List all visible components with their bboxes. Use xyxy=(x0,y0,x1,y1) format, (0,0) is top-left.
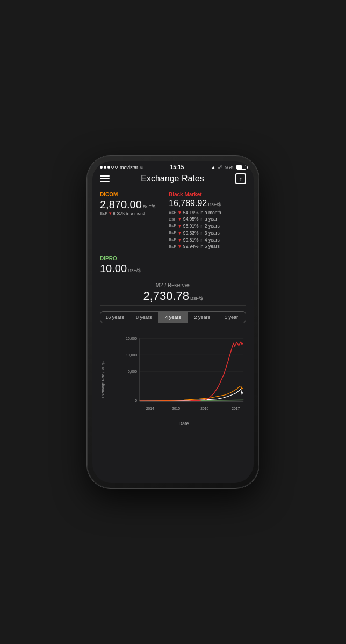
tab-8-years[interactable]: 8 years xyxy=(129,312,158,323)
svg-text:15,000: 15,000 xyxy=(126,336,137,340)
change-line-3: BsF ▼ 95.91% in 2 years xyxy=(169,223,246,230)
m2-section: M2 / Reserves 2,730.78BsF/$ xyxy=(100,280,246,306)
black-market-unit: BsF/$ xyxy=(208,202,221,207)
black-market-label: Black Market xyxy=(169,192,246,197)
tab-4-years[interactable]: 4 years xyxy=(158,312,188,323)
page-title: Exchange Rates xyxy=(141,174,204,184)
location-icon: ▲ xyxy=(211,165,215,170)
svg-text:0: 0 xyxy=(135,399,137,402)
menu-button[interactable] xyxy=(100,175,110,182)
share-button[interactable] xyxy=(235,173,246,184)
x-axis-label: Date xyxy=(121,421,246,426)
tab-1-year[interactable]: 1 year xyxy=(217,312,246,323)
tab-2-years[interactable]: 2 years xyxy=(188,312,217,323)
chart-svg: 15,000 10,000 5,000 0 2014 2015 2016 201… xyxy=(121,332,246,418)
dipro-row: DIPRO 10.00BsF/$ xyxy=(100,255,246,274)
top-rate-row: DICOM 2,870.00BsF/$ BsF ▼ 8.01% in a mon… xyxy=(100,192,246,250)
svg-text:2014: 2014 xyxy=(146,407,154,411)
dipro-value: 10.00BsF/$ xyxy=(100,262,246,274)
svg-text:2017: 2017 xyxy=(232,407,240,411)
wifi-icon: ≈ xyxy=(140,165,143,170)
m2-label: M2 / Reserves xyxy=(100,282,246,288)
time-tabs: 16 years 8 years 4 years 2 years 1 year xyxy=(100,311,246,323)
svg-text:10,000: 10,000 xyxy=(126,353,137,357)
svg-text:2016: 2016 xyxy=(200,407,208,411)
battery-label: 56% xyxy=(225,165,234,170)
nav-bar: Exchange Rates xyxy=(92,171,254,187)
status-left: movistar ≈ xyxy=(100,165,143,170)
chart-area: 15,000 10,000 5,000 0 2014 2015 2016 201… xyxy=(121,332,246,420)
change-line-4: BsF ▼ 99.53% in 3 years xyxy=(169,230,246,237)
dicom-unit: BsF/$ xyxy=(143,204,156,209)
m2-value: 2,730.78BsF/$ xyxy=(100,289,246,303)
change-line-5: BsF ▼ 99.81% in 4 years xyxy=(169,237,246,244)
status-bar: movistar ≈ 15:15 ▲ ☍ 56% xyxy=(92,161,254,171)
status-right: ▲ ☍ 56% xyxy=(211,165,246,170)
change-line-1: BsF ▼ 54.19% in a month xyxy=(169,209,246,216)
change-line-2: BsF ▼ 94.05% in a year xyxy=(169,216,246,223)
svg-text:5,000: 5,000 xyxy=(128,370,137,374)
dicom-change: BsF ▼ 8.01% in a month xyxy=(100,211,164,216)
signal-icon xyxy=(100,166,118,169)
bluetooth-icon: ☍ xyxy=(218,165,222,170)
black-market-changes: BsF ▼ 54.19% in a month BsF ▼ 94.05% in … xyxy=(169,209,246,251)
dipro-unit: BsF/$ xyxy=(128,268,141,273)
phone-screen: movistar ≈ 15:15 ▲ ☍ 56% Exchange Rates xyxy=(92,161,254,483)
dipro-card: DIPRO 10.00BsF/$ xyxy=(100,255,246,274)
dicom-card: DICOM 2,870.00BsF/$ BsF ▼ 8.01% in a mon… xyxy=(100,192,164,250)
dipro-label: DIPRO xyxy=(100,255,246,261)
status-time: 15:15 xyxy=(170,164,184,170)
change-line-6: BsF ▼ 99.94% in 5 years xyxy=(169,243,246,250)
carrier-label: movistar xyxy=(120,165,138,170)
svg-text:2015: 2015 xyxy=(172,407,180,411)
battery-icon xyxy=(236,165,246,170)
black-market-card: Black Market 16,789.92BsF/$ BsF ▼ 54.19%… xyxy=(169,192,246,250)
dicom-value: 2,870.00BsF/$ xyxy=(100,199,164,210)
m2-unit: BsF/$ xyxy=(190,296,203,301)
content-area: DICOM 2,870.00BsF/$ BsF ▼ 8.01% in a mon… xyxy=(92,187,254,483)
tab-16-years[interactable]: 16 years xyxy=(100,312,129,323)
dicom-label: DICOM xyxy=(100,192,164,197)
chart-container: Exchange Rate (BsF/$) 15,000 10,000 5,00… xyxy=(100,327,246,437)
black-market-value: 16,789.92BsF/$ xyxy=(169,199,246,208)
y-axis-label: Exchange Rate (BsF/$) xyxy=(101,361,105,398)
phone-frame: movistar ≈ 15:15 ▲ ☍ 56% Exchange Rates xyxy=(87,156,259,488)
dicom-arrow: ▼ xyxy=(108,211,112,216)
